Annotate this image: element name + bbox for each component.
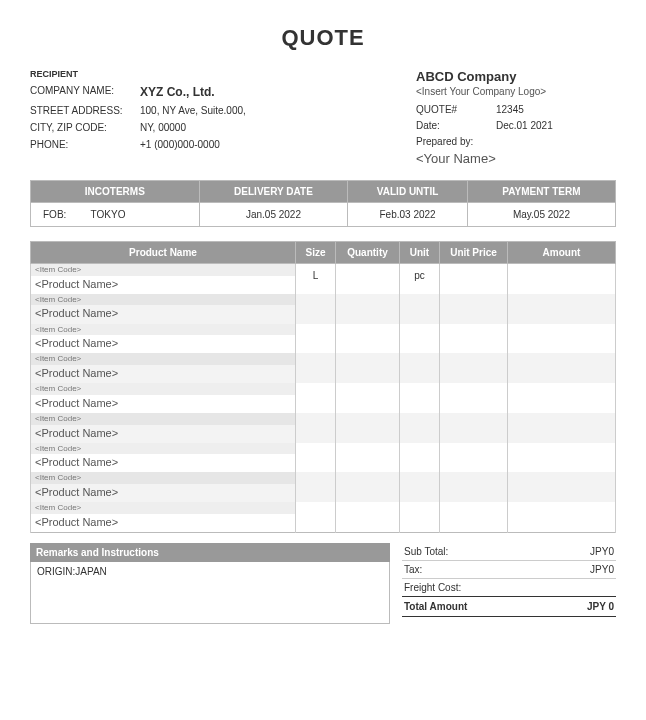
item-code: <Item Code> — [31, 353, 295, 365]
product-name: <Product Name> — [31, 454, 295, 472]
cell-qty — [336, 502, 399, 514]
cell-size — [296, 502, 335, 514]
subtotal-value: JPY0 — [590, 546, 614, 557]
phone-value: +1 (000)000-0000 — [140, 137, 220, 152]
cell-qty — [336, 472, 399, 484]
item-code: <Item Code> — [31, 472, 295, 484]
cell-unit — [400, 294, 439, 306]
header-section: RECIPIENT COMPANY NAME: XYZ Co., Ltd. ST… — [30, 69, 616, 166]
table-row: <Item Code><Product Name> — [31, 324, 616, 354]
table-row: <Item Code><Product Name> — [31, 353, 616, 383]
cell-price — [440, 264, 507, 276]
remarks-block: Remarks and Instructions ORIGIN:JAPAN — [30, 543, 390, 624]
prepared-by-label: Prepared by: — [416, 135, 496, 149]
item-code: <Item Code> — [31, 294, 295, 306]
quote-number-value: 12345 — [496, 103, 524, 117]
cell-qty — [336, 324, 399, 336]
cell-amount — [508, 264, 615, 276]
total-value: JPY 0 — [587, 601, 614, 612]
item-code: <Item Code> — [31, 324, 295, 336]
cell-price — [440, 324, 507, 336]
cell-price — [440, 383, 507, 395]
cell-size — [296, 383, 335, 395]
cell-price — [440, 353, 507, 365]
prepared-by-value: <Your Name> — [416, 151, 616, 166]
terms-table: INCOTERMS DELIVERY DATE VALID UNTIL PAYM… — [30, 180, 616, 227]
cell-price — [440, 502, 507, 514]
cell-unit — [400, 383, 439, 395]
cell-unit — [400, 502, 439, 514]
remarks-body: ORIGIN:JAPAN — [30, 562, 390, 624]
table-row: <Item Code><Product Name>Lpc — [31, 264, 616, 294]
cell-size — [296, 294, 335, 306]
table-row: <Item Code><Product Name> — [31, 472, 616, 502]
incoterms-value: TOKYO — [91, 209, 126, 220]
cell-price — [440, 443, 507, 455]
terms-header-valid: VALID UNTIL — [348, 181, 468, 203]
cell-amount — [508, 353, 615, 365]
tax-label: Tax: — [404, 564, 422, 575]
table-row: <Item Code><Product Name> — [31, 413, 616, 443]
product-name: <Product Name> — [31, 395, 295, 413]
date-value: Dec.01 2021 — [496, 119, 553, 133]
recipient-heading: RECIPIENT — [30, 69, 416, 79]
bottom-section: Remarks and Instructions ORIGIN:JAPAN Su… — [30, 543, 616, 624]
table-row: <Item Code><Product Name> — [31, 294, 616, 324]
cell-amount — [508, 294, 615, 306]
products-header-price: Unit Price — [440, 242, 508, 264]
products-header-size: Size — [296, 242, 336, 264]
table-row: <Item Code><Product Name> — [31, 383, 616, 413]
cell-amount — [508, 443, 615, 455]
freight-label: Freight Cost: — [404, 582, 461, 593]
product-name: <Product Name> — [31, 305, 295, 323]
cell-amount — [508, 324, 615, 336]
cell-size — [296, 353, 335, 365]
cell-size — [296, 413, 335, 425]
item-code: <Item Code> — [31, 413, 295, 425]
item-code: <Item Code> — [31, 502, 295, 514]
products-table: Product Name Size Quantity Unit Unit Pri… — [30, 241, 616, 533]
table-row: <Item Code><Product Name> — [31, 443, 616, 473]
cell-qty — [336, 353, 399, 365]
recipient-block: RECIPIENT COMPANY NAME: XYZ Co., Ltd. ST… — [30, 69, 416, 166]
document-title: QUOTE — [30, 25, 616, 51]
cell-qty — [336, 294, 399, 306]
table-row: <Item Code><Product Name> — [31, 502, 616, 532]
cell-qty — [336, 264, 399, 276]
cell-amount — [508, 383, 615, 395]
cell-size — [296, 443, 335, 455]
remarks-header: Remarks and Instructions — [30, 543, 390, 562]
street-value: 100, NY Ave, Suite.000, — [140, 103, 246, 118]
sender-company: ABCD Company — [416, 69, 616, 84]
cell-size — [296, 472, 335, 484]
cell-qty — [336, 443, 399, 455]
products-header-name: Product Name — [31, 242, 296, 264]
city-value: NY, 00000 — [140, 120, 186, 135]
cell-unit — [400, 324, 439, 336]
sender-block: ABCD Company <Insert Your Company Logo> … — [416, 69, 616, 166]
cell-amount — [508, 502, 615, 514]
cell-unit — [400, 443, 439, 455]
product-name: <Product Name> — [31, 276, 295, 294]
logo-placeholder: <Insert Your Company Logo> — [416, 86, 616, 97]
terms-header-delivery: DELIVERY DATE — [199, 181, 348, 203]
item-code: <Item Code> — [31, 443, 295, 455]
products-header-qty: Quantity — [336, 242, 400, 264]
total-label: Total Amount — [404, 601, 467, 612]
cell-price — [440, 294, 507, 306]
cell-price — [440, 472, 507, 484]
payment-term-cell: May.05 2022 — [467, 203, 615, 227]
cell-qty — [336, 413, 399, 425]
products-header-unit: Unit — [400, 242, 440, 264]
cell-amount — [508, 413, 615, 425]
date-label: Date: — [416, 119, 496, 133]
street-label: STREET ADDRESS: — [30, 103, 140, 118]
incoterms-prefix: FOB: — [43, 209, 88, 220]
incoterms-cell: FOB: TOKYO — [31, 203, 200, 227]
terms-header-incoterms: INCOTERMS — [31, 181, 200, 203]
cell-size: L — [296, 264, 335, 287]
totals-block: Sub Total: JPY0 Tax: JPY0 Freight Cost: … — [402, 543, 616, 624]
delivery-date-cell: Jan.05 2022 — [199, 203, 348, 227]
terms-header-payment: PAYMENT TERM — [467, 181, 615, 203]
tax-value: JPY0 — [590, 564, 614, 575]
